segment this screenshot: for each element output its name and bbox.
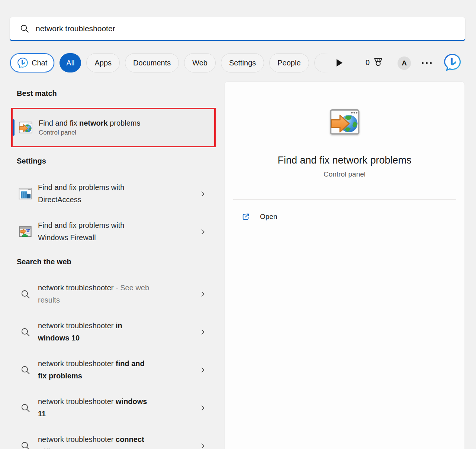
tab-chat-label: Chat bbox=[32, 59, 47, 67]
search-icon bbox=[20, 24, 29, 33]
bing-chat-icon bbox=[17, 57, 28, 68]
best-match-item[interactable]: Find and fix network problems Control pa… bbox=[13, 109, 214, 146]
search-icon bbox=[20, 441, 30, 449]
search-icon bbox=[20, 403, 30, 413]
chevron-right-icon[interactable] bbox=[199, 228, 207, 236]
chevron-right-icon[interactable] bbox=[199, 290, 207, 298]
web-suggestion-find-fix[interactable]: network troubleshooter find and fix prob… bbox=[11, 351, 216, 389]
selection-accent-bar bbox=[13, 119, 15, 136]
tab-apps[interactable]: Apps bbox=[86, 53, 120, 72]
preview-subtitle: Control panel bbox=[225, 170, 464, 178]
preview-panel: Find and fix network problems Control pa… bbox=[224, 81, 465, 449]
directaccess-icon bbox=[18, 186, 33, 201]
tab-all[interactable]: All bbox=[60, 53, 81, 72]
tab-people[interactable]: People bbox=[269, 53, 309, 72]
search-web-header: Search the web bbox=[17, 258, 71, 266]
tab-overflow-partial[interactable] bbox=[314, 53, 330, 72]
tab-documents[interactable]: Documents bbox=[125, 53, 179, 72]
web-suggestion-see-results[interactable]: network troubleshooter - See web results bbox=[11, 275, 216, 313]
divider bbox=[233, 199, 456, 200]
settings-header: Settings bbox=[17, 157, 46, 165]
rewards-badge[interactable]: 0 bbox=[366, 57, 384, 68]
search-icon bbox=[20, 289, 30, 299]
network-troubleshooter-icon bbox=[18, 120, 33, 135]
tab-web[interactable]: Web bbox=[184, 53, 216, 72]
web-suggestion-windows-11[interactable]: network troubleshooter windows 11 bbox=[11, 389, 216, 427]
search-box bbox=[9, 17, 466, 41]
windows-firewall-icon bbox=[18, 224, 33, 239]
preview-title: Find and fix network problems bbox=[225, 155, 464, 166]
tab-chat[interactable]: Chat bbox=[10, 53, 54, 72]
rewards-medal-icon bbox=[373, 57, 384, 68]
best-match-title: Find and fix network problems bbox=[39, 119, 140, 127]
account-avatar[interactable]: A bbox=[398, 56, 411, 70]
search-icon bbox=[20, 365, 30, 375]
rewards-count: 0 bbox=[366, 58, 370, 67]
search-icon bbox=[20, 327, 30, 337]
filter-bar: Chat All Apps Documents Web Settings Peo… bbox=[10, 53, 330, 72]
bing-chat-button[interactable] bbox=[443, 53, 461, 71]
chevron-right-icon[interactable] bbox=[199, 442, 207, 449]
open-label: Open bbox=[260, 213, 277, 221]
network-troubleshooter-icon-large bbox=[328, 106, 361, 138]
chevron-right-icon[interactable] bbox=[199, 328, 207, 336]
settings-result-firewall[interactable]: Find and fix problems with Windows Firew… bbox=[11, 213, 216, 251]
open-action[interactable]: Open bbox=[233, 206, 456, 227]
open-external-icon bbox=[242, 213, 250, 221]
more-options-icon[interactable] bbox=[422, 62, 432, 64]
settings-result-directaccess[interactable]: Find and fix problems with DirectAccess bbox=[11, 175, 216, 213]
web-suggestion-windows-10[interactable]: network troubleshooter in windows 10 bbox=[11, 313, 216, 351]
tab-settings[interactable]: Settings bbox=[221, 53, 264, 72]
best-match-subtitle: Control panel bbox=[39, 129, 140, 136]
scroll-filters-right-icon[interactable] bbox=[337, 59, 342, 67]
avatar-letter: A bbox=[402, 59, 407, 67]
chevron-right-icon[interactable] bbox=[199, 404, 207, 412]
chevron-right-icon[interactable] bbox=[199, 366, 207, 374]
best-match-header: Best match bbox=[17, 89, 57, 98]
web-suggestion-connect-wifi[interactable]: network troubleshooter connect wifi bbox=[11, 427, 216, 449]
chevron-right-icon[interactable] bbox=[199, 190, 207, 198]
search-input[interactable] bbox=[35, 24, 465, 33]
annotation-highlight: Find and fix network problems Control pa… bbox=[11, 108, 216, 147]
